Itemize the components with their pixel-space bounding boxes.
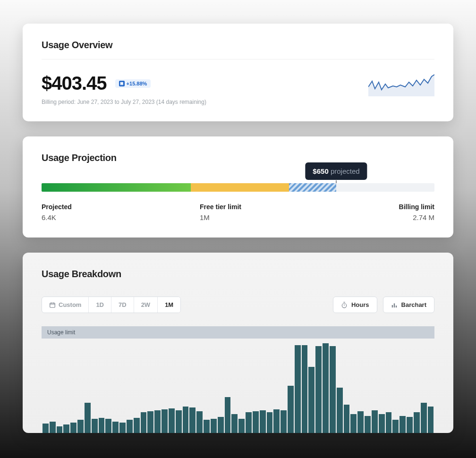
bar xyxy=(183,407,189,433)
bar xyxy=(204,420,210,433)
bar xyxy=(63,424,69,433)
bar xyxy=(105,419,111,433)
svg-rect-2 xyxy=(391,305,392,307)
bar xyxy=(421,403,427,433)
range-custom-label: Custom xyxy=(59,301,81,308)
bar xyxy=(211,419,217,433)
bar xyxy=(400,416,406,433)
bar xyxy=(119,423,126,433)
billing-limit-label: Billing limit xyxy=(399,203,434,211)
bar xyxy=(77,420,84,433)
bar xyxy=(386,412,392,433)
bar xyxy=(70,423,76,433)
bar xyxy=(189,407,196,433)
bar xyxy=(260,410,266,433)
bar xyxy=(218,417,224,433)
usage-limit-bar: Usage limit xyxy=(42,326,434,339)
range-2w-button[interactable]: 2W xyxy=(134,297,158,313)
bar xyxy=(147,411,153,433)
stopwatch-icon xyxy=(341,302,348,308)
bar xyxy=(238,419,245,433)
bar xyxy=(273,409,280,433)
bar xyxy=(99,418,105,433)
range-1m-button[interactable]: 1M xyxy=(158,297,180,313)
bar xyxy=(295,345,301,433)
bar xyxy=(92,419,98,433)
barchart-icon xyxy=(391,302,398,308)
usage-sparkline xyxy=(368,73,434,96)
chart-type-label: Barchart xyxy=(401,301,426,308)
bar xyxy=(112,422,119,433)
bar xyxy=(350,414,357,433)
projection-col-billing: Billing limit 2.74 M xyxy=(399,203,434,221)
bar xyxy=(253,411,259,433)
divider xyxy=(42,59,434,59)
tooltip-word: projected xyxy=(331,167,360,175)
chart-type-button[interactable]: Barchart xyxy=(383,297,434,313)
bar xyxy=(267,412,273,433)
projection-col-free: Free tier limit 1M xyxy=(200,203,241,221)
projection-segment-free-tier xyxy=(191,183,289,192)
bar xyxy=(392,420,399,433)
breakdown-bars xyxy=(42,339,434,433)
bar xyxy=(42,424,49,433)
usage-amount: $403.45 xyxy=(42,73,107,94)
usage-projection-title: Usage Projection xyxy=(42,153,434,163)
bar xyxy=(231,414,238,433)
billing-limit-value: 2.74 M xyxy=(399,213,434,221)
bar xyxy=(414,412,420,433)
usage-projection-card: Usage Projection $650 projected Projecte… xyxy=(23,136,453,237)
free-tier-value: 1M xyxy=(200,213,241,221)
calendar-icon xyxy=(49,302,56,308)
bar xyxy=(196,411,203,433)
bar xyxy=(141,412,147,433)
projection-segment-used xyxy=(42,183,191,192)
range-custom-button[interactable]: Custom xyxy=(42,297,89,313)
free-tier-label: Free tier limit xyxy=(200,203,241,211)
usage-breakdown-card: Usage Breakdown Custom 1D 7D 2W 1M xyxy=(23,253,453,433)
bar xyxy=(57,426,63,433)
svg-rect-3 xyxy=(393,303,394,307)
bar xyxy=(134,418,140,433)
bar xyxy=(344,405,350,433)
bar xyxy=(372,410,378,433)
projected-label: Projected xyxy=(42,203,72,211)
usage-breakdown-title: Usage Breakdown xyxy=(42,269,434,280)
bar xyxy=(280,410,287,433)
bar xyxy=(50,422,56,433)
bar xyxy=(365,416,371,433)
projection-bar xyxy=(42,183,434,192)
bar xyxy=(323,343,329,433)
bar xyxy=(379,414,385,433)
billing-period-text: Billing period: June 27, 2023 to July 27… xyxy=(42,99,206,105)
projected-value: 6.4K xyxy=(42,213,72,221)
projection-col-projected: Projected 6.4K xyxy=(42,203,72,221)
projection-segment-projected xyxy=(289,183,336,192)
bar xyxy=(225,397,231,433)
bar xyxy=(407,417,413,433)
bar xyxy=(246,412,252,433)
bar xyxy=(315,346,322,433)
bar xyxy=(308,367,314,433)
bar xyxy=(154,410,161,433)
range-1d-button[interactable]: 1D xyxy=(89,297,111,313)
bar xyxy=(127,420,133,433)
bar xyxy=(169,408,175,433)
hours-label: Hours xyxy=(351,301,369,308)
delta-badge: ▣ +15.88% xyxy=(115,79,151,88)
range-7d-button[interactable]: 7D xyxy=(111,297,134,313)
bar xyxy=(357,411,364,433)
bar xyxy=(162,409,168,433)
hours-toggle-button[interactable]: Hours xyxy=(333,297,377,313)
bar xyxy=(330,346,336,433)
projection-tooltip: $650 projected xyxy=(305,162,367,180)
delta-icon: ▣ xyxy=(119,81,125,86)
delta-value: +15.88% xyxy=(127,81,147,86)
tooltip-amount: $650 xyxy=(313,167,328,175)
time-range-selector: Custom 1D 7D 2W 1M xyxy=(42,297,181,313)
bar xyxy=(337,388,343,433)
svg-rect-0 xyxy=(50,303,55,307)
bar xyxy=(428,407,434,433)
breakdown-chart: Usage limit xyxy=(42,326,434,433)
bar xyxy=(288,386,294,433)
